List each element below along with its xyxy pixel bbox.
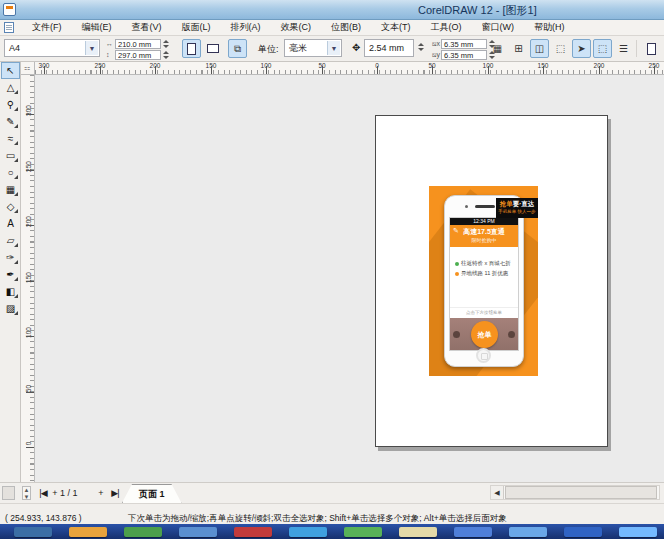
marquee-select-button[interactable]: ⬚ xyxy=(593,39,612,58)
scroll-left-arrow[interactable]: ◀ xyxy=(491,486,504,499)
window-title: CorelDRAW 12 - [图形1] xyxy=(418,3,537,18)
menu-item-1[interactable]: 编辑(E) xyxy=(72,19,122,36)
nudge-stepper[interactable] xyxy=(416,42,425,52)
scrollbar-thumb[interactable] xyxy=(505,486,657,499)
flyout-indicator xyxy=(14,260,18,264)
menu-item-7[interactable]: 文本(T) xyxy=(371,19,421,36)
menu-item-10[interactable]: 帮助(H) xyxy=(524,19,575,36)
menu-item-2[interactable]: 查看(V) xyxy=(122,19,172,36)
nudge-offset-value: 2.54 mm xyxy=(369,43,404,53)
menu-item-0[interactable]: 文件(F) xyxy=(22,19,72,36)
last-page-button[interactable]: ▶| xyxy=(108,487,122,500)
artwork-image[interactable]: 12:34 PM ✎ 高速17.5直通 限时抢购中 往返特价 x 百城七折异地线… xyxy=(429,186,538,376)
taskbar-button-9[interactable] xyxy=(509,527,547,537)
paper-height-field[interactable]: 297.0 mm xyxy=(115,50,161,60)
vruler-major-tick xyxy=(26,392,34,393)
interactive-fill-tool[interactable]: ▨ xyxy=(1,300,20,317)
nudge-offset-field[interactable]: 2.54 mm xyxy=(364,39,414,57)
grab-order-button[interactable]: 抢单 xyxy=(471,321,498,348)
page-tab-scroller[interactable]: ▲▼ xyxy=(22,486,31,500)
duplicate-x-field[interactable]: 6.35 mm xyxy=(441,39,487,49)
outline-tool[interactable]: ✒ xyxy=(1,266,20,283)
drawing-canvas[interactable]: 12:34 PM ✎ 高速17.5直通 限时抢购中 往返特价 x 百城七折异地线… xyxy=(35,75,664,482)
snap-to-objects-button[interactable]: ◫ xyxy=(530,39,549,58)
menu-item-3[interactable]: 版面(L) xyxy=(172,19,221,36)
eyedropper-tool[interactable]: ✑ xyxy=(1,249,20,266)
shape-tool[interactable]: △ xyxy=(1,79,20,96)
page-icon xyxy=(647,43,656,55)
vertical-ruler[interactable]: 300250200150100500 xyxy=(21,75,35,482)
smart-drawing-tool[interactable]: ≈ xyxy=(1,130,20,147)
menu-item-8[interactable]: 工具(O) xyxy=(421,19,472,36)
ruler-origin-button[interactable] xyxy=(21,62,35,75)
property-bar: A4 ▼ ↔ 210.0 mm ↕ 297.0 mm ⧉ 单位: 毫米 ▼ ✥ … xyxy=(0,36,664,62)
app-icon[interactable] xyxy=(3,3,16,16)
units-select[interactable]: 毫米 ▼ xyxy=(284,39,342,57)
offer-item-0: 往返特价 x 百城七折 xyxy=(455,260,513,267)
flyout-indicator xyxy=(14,294,18,298)
horizontal-scrollbar[interactable]: ◀ xyxy=(490,485,660,500)
fill-tool[interactable]: ◧ xyxy=(1,283,20,300)
taskbar-button-10[interactable] xyxy=(564,527,602,537)
menu-item-6[interactable]: 位图(B) xyxy=(321,19,371,36)
add-page-before-button[interactable]: + xyxy=(50,487,60,500)
options-page-button[interactable] xyxy=(642,39,661,58)
scroll-corner-box xyxy=(2,486,15,500)
taskbar-button-8[interactable] xyxy=(454,527,492,537)
paper-width-field[interactable]: 210.0 mm xyxy=(115,39,161,49)
paper-width-stepper[interactable] xyxy=(161,39,170,49)
chevron-down-icon[interactable]: ▼ xyxy=(327,41,340,55)
rectangle-tool[interactable]: ▭ xyxy=(1,147,20,164)
taskbar-button-11[interactable] xyxy=(619,527,657,537)
taskbar-button-4[interactable] xyxy=(234,527,272,537)
taskbar-button-7[interactable] xyxy=(399,527,437,537)
horizontal-ruler[interactable]: 30025020015010050050100150200250 xyxy=(35,62,664,75)
treat-as-filled-button[interactable]: ⬚ xyxy=(551,39,570,58)
pick-tool-icon: ↖ xyxy=(6,65,14,76)
taskbar-button-3[interactable] xyxy=(179,527,217,537)
document-icon[interactable] xyxy=(4,22,14,33)
landscape-button[interactable] xyxy=(203,39,222,58)
paper-height-stepper[interactable] xyxy=(161,50,170,60)
hruler-major-tick xyxy=(654,66,655,74)
ellipse-tool[interactable]: ○ xyxy=(1,164,20,181)
chevron-down-icon[interactable]: ▼ xyxy=(85,41,98,55)
taskbar-button-0[interactable] xyxy=(14,527,52,537)
text-tool[interactable]: A xyxy=(1,215,20,232)
paper-type-select[interactable]: A4 ▼ xyxy=(4,39,100,57)
app-action-area: 抢单 xyxy=(450,318,518,351)
hruler-major-tick xyxy=(100,66,101,74)
taskbar-button-5[interactable] xyxy=(289,527,327,537)
snap-to-grid-button[interactable]: ▦ xyxy=(488,39,507,58)
offer-footer-note: 点击下方按钮抢单 xyxy=(450,307,518,315)
taskbar-button-2[interactable] xyxy=(124,527,162,537)
zoom-tool[interactable]: ⚲ xyxy=(1,96,20,113)
snap-to-guidelines-button[interactable]: ⊞ xyxy=(509,39,528,58)
menu-item-5[interactable]: 效果(C) xyxy=(271,19,322,36)
basic-shapes-tool[interactable]: ◇ xyxy=(1,198,20,215)
text-tool-icon: A xyxy=(7,218,14,229)
object-properties-button[interactable]: ☰ xyxy=(614,39,633,58)
menu-item-9[interactable]: 窗口(W) xyxy=(472,19,525,36)
page-a4[interactable]: 12:34 PM ✎ 高速17.5直通 限时抢购中 往返特价 x 百城七折异地线… xyxy=(375,115,608,447)
windows-taskbar[interactable] xyxy=(0,524,664,539)
duplicate-y-field[interactable]: 6.35 mm xyxy=(441,50,487,60)
menu-item-4[interactable]: 排列(A) xyxy=(221,19,271,36)
flyout-indicator xyxy=(14,90,18,94)
graph-paper-tool[interactable]: ▦ xyxy=(1,181,20,198)
tab-page-1[interactable]: 页面 1 xyxy=(122,484,182,503)
first-page-button[interactable]: |◀ xyxy=(36,487,50,500)
selection-mode-button[interactable]: ➤ xyxy=(572,39,591,58)
taskbar-button-6[interactable] xyxy=(344,527,382,537)
portrait-button[interactable] xyxy=(182,39,201,58)
freehand-tool[interactable]: ✎ xyxy=(1,113,20,130)
set-default-page-button[interactable]: ⧉ xyxy=(228,39,247,58)
vruler-major-tick xyxy=(26,114,34,115)
pick-tool[interactable]: ↖ xyxy=(1,62,20,79)
taskbar-button-1[interactable] xyxy=(69,527,107,537)
bullet-icon xyxy=(455,262,459,266)
pencil-icon: ✎ xyxy=(452,227,460,235)
add-page-after-button[interactable]: + xyxy=(96,487,106,500)
flyout-indicator xyxy=(14,277,18,281)
interactive-blend-tool[interactable]: ▱ xyxy=(1,232,20,249)
